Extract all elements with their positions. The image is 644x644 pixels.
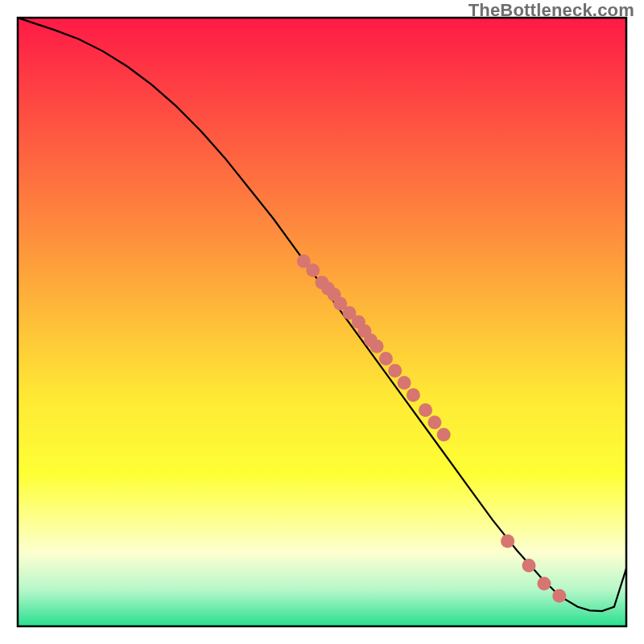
watermark-text: TheBottleneck.com (469, 0, 634, 21)
data-point (427, 415, 441, 429)
chart-container: TheBottleneck.com (0, 0, 644, 644)
data-point (306, 263, 320, 277)
data-point (552, 589, 566, 603)
data-point (537, 577, 551, 591)
data-point (388, 364, 402, 378)
data-point (437, 427, 451, 441)
data-point (407, 388, 420, 402)
data-point (398, 376, 411, 390)
data-point (522, 559, 536, 572)
data-point (370, 340, 384, 353)
data-point (501, 535, 514, 548)
data-point (379, 352, 393, 365)
chart-svg (0, 0, 644, 644)
data-point (419, 403, 432, 417)
plot-background (18, 18, 626, 626)
